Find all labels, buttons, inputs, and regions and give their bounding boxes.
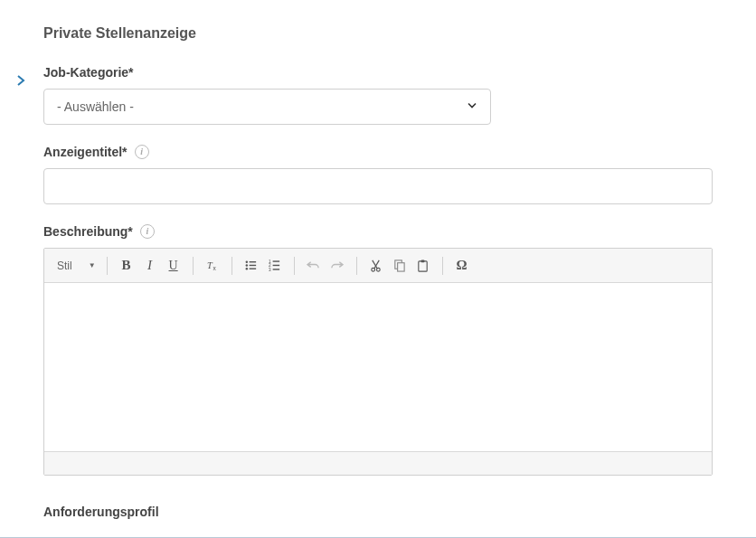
toolbar-separator: [193, 257, 194, 275]
paste-button[interactable]: [411, 254, 435, 278]
select-job-category[interactable]: - Auswählen -: [43, 89, 491, 125]
undo-button[interactable]: [302, 254, 326, 278]
svg-rect-18: [419, 261, 427, 271]
svg-point-2: [246, 261, 248, 263]
info-icon[interactable]: i: [140, 224, 155, 239]
toolbar-separator: [442, 257, 443, 275]
select-job-category-value[interactable]: - Auswählen -: [43, 89, 491, 125]
svg-text:3: 3: [269, 268, 271, 272]
svg-rect-5: [250, 265, 257, 266]
field-job-category: Job-Kategorie* - Auswählen -: [43, 65, 713, 125]
svg-text:x: x: [213, 265, 217, 271]
svg-point-15: [377, 268, 381, 271]
label-description-text: Beschreibung*: [43, 224, 133, 239]
rte-style-dropdown[interactable]: Stil ▼: [53, 260, 99, 272]
svg-rect-9: [273, 260, 280, 261]
redo-button[interactable]: [326, 254, 349, 278]
form-page: Private Stellenanzeige Job-Kategorie* - …: [0, 0, 756, 538]
field-description: Beschreibung* i Stil ▼ B I U Tx: [43, 224, 713, 476]
label-job-category-text: Job-Kategorie*: [43, 65, 134, 80]
svg-rect-11: [273, 265, 280, 266]
label-ad-title: Anzeigentitel* i: [43, 145, 149, 159]
bold-button[interactable]: B: [115, 254, 138, 278]
italic-button[interactable]: I: [138, 254, 162, 278]
svg-rect-13: [273, 269, 280, 269]
svg-rect-17: [398, 263, 405, 271]
input-ad-title[interactable]: [43, 168, 713, 204]
svg-point-14: [372, 268, 375, 271]
svg-rect-3: [250, 261, 257, 262]
cut-button[interactable]: [364, 254, 388, 278]
label-ad-title-text: Anzeigentitel*: [43, 145, 128, 159]
rte-status-bar: [44, 451, 712, 475]
caret-down-icon: ▼: [89, 261, 96, 269]
label-description: Beschreibung* i: [43, 224, 155, 239]
toolbar-separator: [294, 257, 295, 275]
special-char-button[interactable]: Ω: [450, 254, 474, 278]
field-ad-title: Anzeigentitel* i: [43, 145, 713, 204]
underline-button[interactable]: U: [162, 254, 185, 278]
toolbar-separator: [107, 257, 108, 275]
copy-button[interactable]: [388, 254, 411, 278]
rich-text-editor: Stil ▼ B I U Tx 123: [43, 248, 713, 476]
svg-rect-7: [250, 269, 257, 269]
toolbar-separator: [356, 257, 357, 275]
label-requirements: Anforderungsprofil: [43, 505, 713, 519]
section-title: Private Stellenanzeige: [43, 25, 713, 42]
toolbar-separator: [232, 257, 232, 275]
bullet-list-button[interactable]: [240, 254, 263, 278]
rte-content-area[interactable]: [44, 283, 712, 451]
numbered-list-button[interactable]: 123: [263, 254, 287, 278]
svg-point-6: [246, 268, 248, 269]
remove-format-button[interactable]: Tx: [201, 254, 224, 278]
rte-toolbar: Stil ▼ B I U Tx 123: [44, 249, 712, 283]
svg-rect-19: [421, 260, 425, 262]
info-icon[interactable]: i: [135, 145, 149, 159]
section-expand-chevron-icon[interactable]: [16, 74, 25, 89]
rte-style-label: Stil: [57, 260, 72, 272]
label-job-category: Job-Kategorie*: [43, 65, 134, 80]
svg-point-4: [246, 264, 248, 266]
